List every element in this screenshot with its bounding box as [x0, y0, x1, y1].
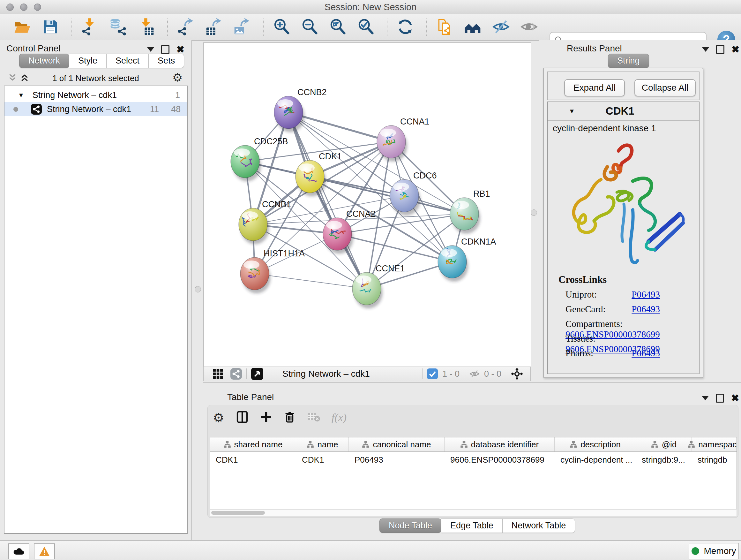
grid-view-button[interactable] [212, 368, 223, 379]
column-header--id[interactable]: @id [636, 437, 692, 451]
crosslink-link[interactable]: P06493 [631, 348, 660, 358]
column-header-description[interactable]: description [555, 437, 636, 451]
export-image-button[interactable] [232, 18, 252, 37]
scrollbar-thumb[interactable] [211, 511, 265, 515]
node-CCNA2[interactable]: CCNA2 [323, 209, 376, 254]
function-builder-button[interactable]: f(x) [332, 412, 347, 424]
network-view-mode-button[interactable] [230, 368, 242, 380]
collapse-all-button[interactable]: Collapse All [634, 79, 696, 97]
expand-all-networks-button[interactable] [20, 73, 29, 84]
import-table-button[interactable] [137, 18, 156, 37]
tab-edge-table[interactable]: Edge Table [441, 518, 502, 533]
table-cell[interactable]: CDK1 [210, 453, 296, 466]
network-label: String Network – cdk1 [47, 105, 131, 114]
import-network-from-database-button[interactable] [109, 18, 128, 37]
detach-view-button[interactable] [251, 368, 263, 380]
column-header-name[interactable]: name [296, 437, 349, 451]
column-header-canonical-name[interactable]: canonical name [349, 437, 445, 451]
results-panel-menu-button[interactable] [702, 47, 709, 52]
tab-select[interactable]: Select [107, 54, 149, 68]
column-header-database-identifier[interactable]: database identifier [445, 437, 555, 451]
string-network-icon [31, 104, 42, 115]
collapse-all-networks-button[interactable] [8, 73, 17, 84]
tab-node-table[interactable]: Node Table [380, 518, 441, 533]
node-CDC25B[interactable]: CDC25B [231, 137, 288, 181]
column-header-namespace[interactable]: namespace [692, 437, 737, 451]
hidden-elements-button[interactable] [469, 368, 480, 380]
right-splitter-handle[interactable] [531, 209, 537, 216]
expand-all-button[interactable]: Expand All [564, 79, 625, 97]
network-options-gear-button[interactable]: ⚙ [172, 71, 183, 84]
zoom-selected-button[interactable] [356, 18, 375, 37]
tab-network[interactable]: Network [19, 54, 69, 68]
edge-CDK1-RB1[interactable] [310, 177, 464, 214]
network-view[interactable]: CCNB2CCNA1CDC25BCDK1CDC6RB1CCNB1CCNA2CDK… [203, 43, 531, 367]
delete-table-button[interactable] [307, 412, 320, 424]
network-collection-row[interactable]: ▼ String Network – cdk1 1 [4, 88, 187, 102]
table-cell[interactable]: 9606.ENSP00000378699 [445, 453, 555, 466]
tab-network-table[interactable]: Network Table [502, 518, 576, 533]
tab-sets[interactable]: Sets [149, 54, 184, 68]
show-all-button[interactable] [520, 18, 539, 37]
open-session-button[interactable] [13, 18, 32, 37]
home-button[interactable] [463, 18, 482, 37]
edge-HIST1H1A-CCNE1[interactable] [255, 273, 367, 289]
node-CCNE1[interactable]: CCNE1 [352, 264, 405, 308]
hide-selected-button[interactable] [491, 18, 511, 37]
zoom-in-button[interactable] [272, 18, 291, 37]
export-table-button[interactable] [204, 18, 223, 37]
table-delete-icon [307, 412, 320, 422]
zoom-fit-content-button[interactable] [328, 18, 347, 37]
node-CCNB2[interactable]: CCNB2 [274, 87, 327, 132]
table-cell[interactable]: stringdb:9... [636, 453, 692, 466]
column-header-shared-name[interactable]: shared name [210, 437, 296, 451]
node-RB1[interactable]: RB1 [450, 189, 490, 234]
network-row[interactable]: String Network – cdk1 11 48 [4, 102, 187, 116]
zoom-out-button[interactable] [300, 18, 319, 37]
node-CDK1[interactable]: CDK1 [295, 152, 342, 196]
edge-CCNB2-CCNE1[interactable] [288, 112, 367, 289]
table-panel-menu-button[interactable] [702, 396, 709, 400]
show-all-icon [520, 18, 538, 37]
current-network-name: String Network – cdk1 [282, 369, 370, 379]
crosslink-link[interactable]: P06493 [631, 304, 660, 314]
selected-nodes-checkbox[interactable] [427, 368, 438, 379]
node-CDKN1A[interactable]: CDKN1A [438, 237, 496, 282]
export-network-button[interactable] [176, 18, 195, 37]
node-CCNB1[interactable]: CCNB1 [239, 199, 291, 244]
control-panel-close-button[interactable]: ✖ [177, 45, 185, 54]
left-splitter-handle[interactable] [195, 286, 201, 293]
collection-expand-arrow-icon[interactable]: ▼ [18, 91, 24, 99]
control-panel-float-button[interactable] [161, 45, 170, 54]
tab-style[interactable]: Style [69, 54, 107, 68]
string-network-from-selection-button[interactable] [435, 18, 455, 37]
table-cell[interactable]: CDK1 [296, 453, 349, 466]
gene-collapse-arrow-icon[interactable]: ▼ [569, 108, 575, 115]
table-cell[interactable]: cyclin-dependent ... [555, 453, 636, 466]
results-panel-close-button[interactable]: ✖ [731, 45, 739, 54]
node-CDC6[interactable]: CDC6 [390, 171, 437, 215]
control-panel-menu-button[interactable] [147, 47, 154, 52]
table-panel-float-button[interactable] [716, 394, 724, 402]
delete-column-button[interactable] [284, 411, 296, 424]
tab-string[interactable]: String [608, 54, 649, 68]
node-CCNA1[interactable]: CCNA1 [377, 117, 429, 162]
apply-preferred-layout-button[interactable] [396, 18, 415, 37]
show-columns-button[interactable] [236, 411, 249, 425]
gene-header[interactable]: ▼ CDK1 [548, 102, 699, 121]
results-panel-float-button[interactable] [716, 45, 724, 54]
table-panel-close-button[interactable]: ✖ [731, 393, 739, 403]
import-network-button[interactable] [80, 18, 99, 37]
save-session-button[interactable] [41, 18, 60, 37]
table-cell[interactable]: P06493 [349, 453, 445, 466]
cloud-status-button[interactable] [8, 543, 29, 559]
table-cell[interactable]: stringdb [692, 453, 737, 466]
crosslink-link[interactable]: P06493 [631, 289, 660, 300]
memory-button[interactable]: Memory [689, 543, 739, 559]
create-column-button[interactable] [260, 411, 272, 424]
birds-eye-view-button[interactable] [511, 368, 523, 380]
table-horizontal-scrollbar[interactable] [210, 510, 737, 516]
warnings-button[interactable] [34, 543, 55, 559]
table-options-gear-button[interactable]: ⚙ [213, 410, 224, 425]
node-HIST1H1A[interactable]: HIST1H1A [240, 249, 305, 294]
